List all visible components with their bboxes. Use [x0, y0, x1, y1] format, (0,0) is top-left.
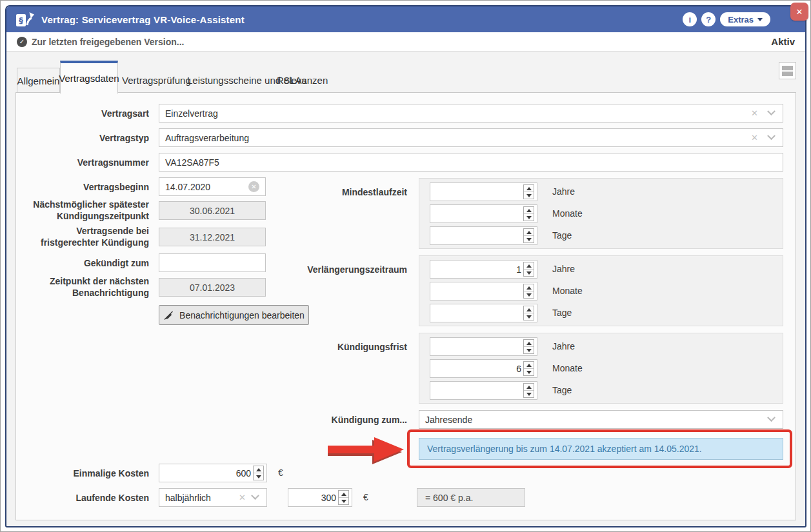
- vertragsnummer-label: Vertragsnummer: [26, 157, 149, 168]
- gekuendigt-zum-label: Gekündigt zum: [26, 257, 149, 269]
- spinner-control[interactable]: [523, 284, 534, 299]
- vertragsbeginn-label: Vertragsbeginn: [26, 181, 149, 193]
- einmalige-kosten-input[interactable]: 600: [159, 464, 267, 482]
- chevron-down-icon[interactable]: [251, 491, 259, 500]
- button-label: Benachrichtigungen bearbeiten: [179, 310, 305, 320]
- check-circle-icon: ✓: [17, 37, 27, 47]
- clear-icon[interactable]: ✕: [751, 108, 758, 118]
- unit-label: Jahre: [552, 264, 575, 274]
- tab-vertragspruefung[interactable]: Vertragsprüfung: [122, 68, 191, 93]
- spinner-control[interactable]: [523, 228, 534, 243]
- spin-down-icon: [526, 293, 532, 297]
- verlaengerungszeitraum-label: Verlängerungszeitraum: [252, 264, 407, 275]
- kuendigungsfrist-jahre-input[interactable]: [430, 337, 537, 356]
- spinner-control[interactable]: [523, 339, 534, 354]
- spin-down-icon: [526, 371, 532, 374]
- chevron-down-icon[interactable]: [767, 132, 776, 140]
- mindestlaufzeit-jahre-input[interactable]: [430, 182, 537, 201]
- spinner-control[interactable]: [523, 262, 534, 277]
- layout-toggle-button[interactable]: [779, 62, 796, 79]
- spin-down-icon: [526, 216, 532, 219]
- mindestlaufzeit-tage-input[interactable]: [430, 226, 537, 245]
- vertragsart-combobox[interactable]: Einzelvertrag ✕: [159, 104, 783, 123]
- contract-icon: §: [15, 11, 35, 28]
- svg-text:§: §: [19, 15, 23, 25]
- spin-down-icon: [526, 194, 532, 197]
- readonly-value: 30.06.2021: [190, 206, 235, 216]
- unit-label: Monate: [552, 286, 583, 296]
- info-icon: i: [688, 15, 691, 25]
- spin-up-icon: [526, 386, 532, 389]
- help-button[interactable]: ?: [701, 12, 716, 26]
- vertragsende-readonly: 31.12.2021: [159, 228, 266, 246]
- extras-button[interactable]: Extras: [720, 12, 770, 26]
- verlaengerung-jahre-input[interactable]: 1: [430, 260, 537, 279]
- input-value: 1: [436, 264, 523, 275]
- spinner-control[interactable]: [523, 306, 534, 320]
- spin-down-icon: [526, 349, 532, 352]
- tab-label: Allgemein: [17, 75, 60, 86]
- chevron-down-icon[interactable]: [767, 413, 776, 422]
- spinner-control[interactable]: [523, 383, 534, 398]
- spin-up-icon: [526, 308, 532, 311]
- tab-allgemein[interactable]: Allgemein: [17, 68, 60, 93]
- input-value: VA12SA87F5: [165, 157, 219, 168]
- select-value: Jahresende: [425, 415, 472, 425]
- unit-label: Tage: [552, 385, 572, 395]
- input-value: 600: [165, 468, 253, 478]
- vertragstyp-combobox[interactable]: Auftragsverarbeitung ✕: [159, 128, 783, 147]
- benachrichtigung-label: Zeitpunkt der nächsten Benachrichtigung: [26, 275, 149, 299]
- mindestlaufzeit-label: Mindestlaufzeit: [252, 186, 407, 198]
- spin-up-icon: [526, 187, 532, 190]
- layout-icon: [782, 72, 793, 76]
- spinner-control[interactable]: [338, 490, 349, 505]
- renewal-notice: Vertragsverlängerung bis zum 14.07.2021 …: [419, 438, 783, 460]
- kuendigungszeitpunkt-readonly: 30.06.2021: [159, 201, 266, 220]
- sub-header: ✓ Zur letzten freigegebenen Version... A…: [6, 32, 805, 52]
- vertragsnummer-input[interactable]: VA12SA87F5: [159, 153, 783, 172]
- notice-text: Vertragsverlängerung bis zum 14.07.2021 …: [427, 444, 702, 454]
- combobox-value: Einzelvertrag: [165, 108, 218, 119]
- tab-label: Vertragsprüfung: [122, 75, 191, 86]
- benachrichtigung-readonly: 07.01.2023: [159, 278, 266, 297]
- currency-label: €: [278, 468, 283, 478]
- help-icon: ?: [706, 15, 711, 25]
- mindestlaufzeit-monate-input[interactable]: [430, 204, 537, 223]
- clear-icon[interactable]: ✕: [751, 133, 758, 143]
- spinner-control[interactable]: [523, 206, 534, 221]
- vertragsbeginn-date-input[interactable]: 14.07.2020 ✕: [159, 177, 266, 196]
- verlaengerung-tage-input[interactable]: [430, 304, 537, 322]
- info-button[interactable]: i: [683, 12, 697, 26]
- laufende-kosten-interval-combobox[interactable]: halbjährlich ✕: [159, 488, 267, 507]
- spin-down-icon: [256, 475, 261, 478]
- extras-label: Extras: [728, 15, 754, 25]
- input-value: 14.07.2020: [165, 182, 210, 192]
- spinner-control[interactable]: [523, 361, 534, 376]
- last-released-version-link[interactable]: Zur letzten freigegebenen Version...: [32, 37, 185, 47]
- spinner-control[interactable]: [523, 184, 534, 199]
- tab-label: Vertragsdaten: [59, 73, 119, 84]
- title-bar: § Vertrag: Servicevertrag VR-Voice-Assis…: [6, 6, 805, 32]
- clear-icon[interactable]: ✕: [239, 493, 246, 502]
- spinner-control[interactable]: [253, 466, 264, 480]
- app-window: § Vertrag: Servicevertrag VR-Voice-Assis…: [5, 5, 806, 527]
- tab-vertragsdaten[interactable]: Vertragsdaten: [60, 61, 118, 94]
- spin-up-icon: [341, 493, 346, 496]
- gekuendigt-zum-input[interactable]: [159, 253, 266, 272]
- kuendigungsfrist-monate-input[interactable]: 6: [430, 359, 537, 378]
- verlaengerung-monate-input[interactable]: [430, 282, 537, 300]
- titlebar-actions: i ? Extras: [683, 12, 796, 26]
- tab-relevanzen[interactable]: Relevanzen: [277, 68, 328, 93]
- chevron-down-icon[interactable]: [767, 107, 776, 115]
- vertragsart-label: Vertragsart: [26, 108, 149, 119]
- spin-down-icon: [341, 500, 346, 503]
- laufende-kosten-label: Laufende Kosten: [26, 492, 149, 504]
- spin-up-icon: [526, 286, 532, 290]
- edit-notifications-button[interactable]: Benachrichtigungen bearbeiten: [159, 305, 309, 325]
- kuendigung-zum-select[interactable]: Jahresende: [419, 410, 783, 429]
- close-button[interactable]: ✕: [790, 3, 808, 21]
- unit-label: Monate: [552, 208, 583, 219]
- vertragsende-label: Vertragsende bei fristgerechter Kündigun…: [26, 225, 149, 248]
- laufende-kosten-input[interactable]: 300: [288, 488, 352, 507]
- kuendigungsfrist-tage-input[interactable]: [430, 381, 537, 400]
